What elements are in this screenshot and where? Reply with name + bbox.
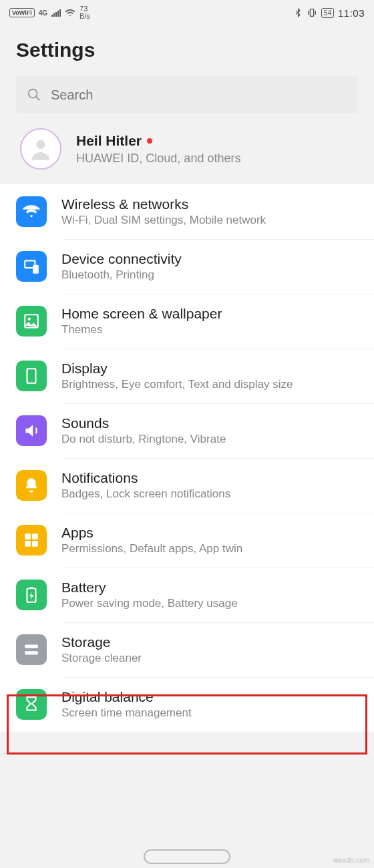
- svg-point-3: [36, 140, 45, 149]
- search-input[interactable]: [51, 87, 347, 103]
- display-icon: [16, 361, 47, 391]
- row-subtitle: Badges, Lock screen notifications: [61, 487, 362, 501]
- settings-row-grid[interactable]: Apps Permissions, Default apps, App twin: [0, 513, 374, 568]
- account-subtitle: HUAWEI ID, Cloud, and others: [76, 152, 240, 166]
- image-icon: [16, 306, 47, 337]
- wifi-status-icon: [65, 7, 75, 18]
- storage-icon: [16, 634, 47, 665]
- settings-row-battery[interactable]: Battery Power saving mode, Battery usage: [0, 568, 374, 622]
- vibrate-icon: [307, 7, 317, 18]
- status-right: 54 11:03: [293, 7, 365, 19]
- search-bar[interactable]: [16, 76, 358, 114]
- settings-row-storage[interactable]: Storage Storage cleaner: [0, 622, 374, 677]
- row-title: Device connectivity: [61, 251, 362, 267]
- search-icon: [27, 87, 41, 102]
- page-title: Settings: [0, 20, 374, 76]
- row-subtitle: Storage cleaner: [61, 652, 362, 665]
- row-subtitle: Bluetooth, Printing: [61, 268, 362, 282]
- settings-row-display[interactable]: Display Brightness, Eye comfort, Text an…: [0, 349, 374, 403]
- row-title: Home screen & wallpaper: [61, 306, 362, 322]
- status-bar: VoWiFi 4G 73 B/s 54 11:03: [0, 0, 374, 20]
- settings-row-hourglass[interactable]: Digital balance Screen time management: [0, 677, 374, 732]
- vowifi-badge: VoWiFi: [9, 8, 35, 17]
- grid-icon: [16, 525, 47, 556]
- row-subtitle: Brightness, Eye comfort, Text and displa…: [61, 378, 362, 391]
- account-name: Heil Hitler: [76, 133, 240, 149]
- sound-icon: [16, 415, 47, 446]
- battery-icon: [16, 580, 47, 610]
- battery-indicator: 54: [321, 8, 334, 18]
- bluetooth-icon: [293, 8, 303, 17]
- row-subtitle: Themes: [61, 323, 362, 337]
- account-row[interactable]: Heil Hitler HUAWEI ID, Cloud, and others: [0, 114, 374, 184]
- row-title: Display: [61, 361, 362, 377]
- hourglass-icon: [16, 689, 47, 720]
- devices-icon: [16, 251, 47, 282]
- svg-rect-0: [310, 9, 313, 17]
- row-subtitle: Wi-Fi, Dual SIM settings, Mobile network: [61, 214, 362, 227]
- row-title: Storage: [61, 634, 362, 650]
- row-subtitle: Power saving mode, Battery usage: [61, 597, 362, 610]
- bell-icon: [16, 470, 47, 501]
- nav-bar: [0, 849, 374, 864]
- row-subtitle: Screen time management: [61, 706, 362, 720]
- settings-list: Wireless & networks Wi-Fi, Dual SIM sett…: [0, 184, 374, 732]
- nav-pill[interactable]: [144, 849, 230, 864]
- settings-row-devices[interactable]: Device connectivity Bluetooth, Printing: [0, 239, 374, 294]
- row-title: Digital balance: [61, 689, 362, 705]
- row-title: Battery: [61, 580, 362, 596]
- wifi-icon: [16, 196, 47, 227]
- svg-line-2: [36, 97, 40, 101]
- row-subtitle: Do not disturb, Ringtone, Vibrate: [61, 433, 362, 446]
- svg-point-1: [29, 89, 37, 98]
- avatar: [20, 128, 61, 170]
- row-title: Apps: [61, 525, 362, 541]
- status-left: VoWiFi 4G 73 B/s: [9, 5, 90, 20]
- settings-row-sound[interactable]: Sounds Do not disturb, Ringtone, Vibrate: [0, 403, 374, 458]
- watermark: wsxdn.com: [333, 856, 370, 864]
- notification-dot-icon: [147, 138, 152, 144]
- row-title: Wireless & networks: [61, 196, 362, 212]
- data-rate: 73 B/s: [79, 5, 90, 20]
- signal-icon: [51, 9, 61, 17]
- settings-row-image[interactable]: Home screen & wallpaper Themes: [0, 294, 374, 349]
- network-type: 4G: [39, 10, 47, 16]
- settings-row-wifi[interactable]: Wireless & networks Wi-Fi, Dual SIM sett…: [0, 184, 374, 239]
- settings-row-bell[interactable]: Notifications Badges, Lock screen notifi…: [0, 458, 374, 513]
- row-subtitle: Permissions, Default apps, App twin: [61, 542, 362, 556]
- row-title: Sounds: [61, 415, 362, 431]
- clock: 11:03: [338, 7, 365, 19]
- row-title: Notifications: [61, 470, 362, 486]
